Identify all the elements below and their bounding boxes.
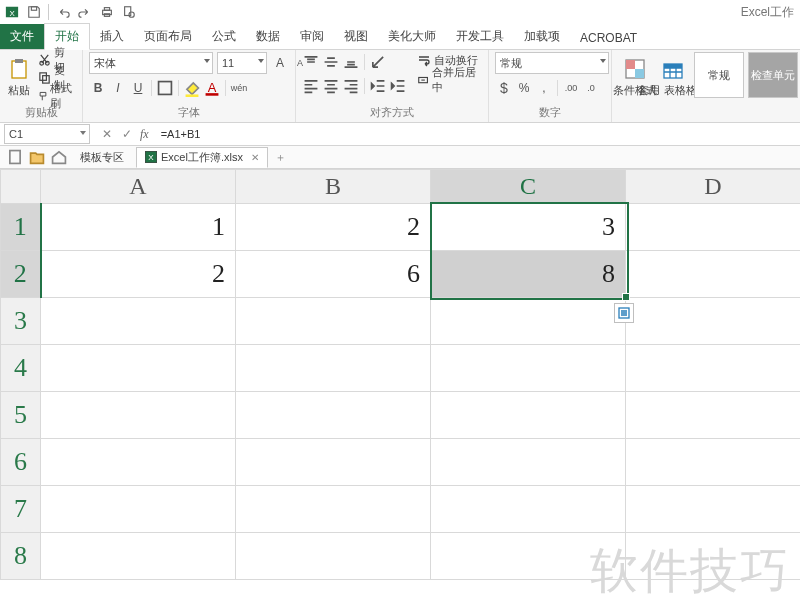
fill-handle[interactable] [622,293,630,301]
bold-button[interactable]: B [89,79,107,97]
cell[interactable] [431,533,626,580]
underline-button[interactable]: U [129,79,147,97]
cell[interactable]: 3 [431,203,626,251]
phonetic-button[interactable]: wén [230,79,248,97]
row-header-8[interactable]: 8 [1,533,41,580]
print-preview-icon[interactable] [121,4,137,20]
add-tab-icon[interactable]: ＋ [272,148,290,166]
row-header-2[interactable]: 2 [1,251,41,298]
align-bottom-icon[interactable] [342,53,360,71]
cell[interactable] [236,298,431,345]
cell[interactable]: 6 [236,251,431,298]
cell[interactable] [41,392,236,439]
accounting-format-icon[interactable]: $ [495,79,513,97]
align-left-icon[interactable] [302,77,320,95]
new-sheet-icon[interactable] [6,148,24,166]
italic-button[interactable]: I [109,79,127,97]
align-right-icon[interactable] [342,77,360,95]
tab-file[interactable]: 文件 [0,24,44,49]
autofill-options-icon[interactable] [614,303,634,323]
cell[interactable] [41,298,236,345]
cell[interactable] [236,392,431,439]
cell[interactable]: 2 [236,203,431,251]
cell[interactable] [431,486,626,533]
cell[interactable] [41,345,236,392]
font-name-dropdown[interactable]: 宋体 [89,52,213,74]
row-header-6[interactable]: 6 [1,439,41,486]
fill-color-button[interactable] [183,79,201,97]
merge-center-button[interactable]: 合并后居中 [415,72,482,88]
home-icon[interactable] [50,148,68,166]
tab-review[interactable]: 审阅 [290,24,334,49]
cell[interactable] [626,345,801,392]
format-painter-button[interactable]: 格式刷 [36,88,77,104]
cell[interactable] [626,533,801,580]
paste-button[interactable]: 粘贴 [6,52,32,102]
orientation-icon[interactable] [369,53,387,71]
cell[interactable] [431,439,626,486]
tab-insert[interactable]: 插入 [90,24,134,49]
cell[interactable] [236,533,431,580]
cell-style-normal[interactable]: 常规 [694,52,744,98]
cell[interactable] [431,345,626,392]
undo-icon[interactable] [55,4,71,20]
name-box[interactable]: C1 [4,124,90,144]
percent-format-icon[interactable]: % [515,79,533,97]
print-icon[interactable] [99,4,115,20]
save-icon[interactable] [26,4,42,20]
tab-workbook[interactable]: X Excel工作簿.xlsx ✕ [136,147,268,168]
indent-decrease-icon[interactable] [369,77,387,95]
cell[interactable] [41,533,236,580]
redo-icon[interactable] [77,4,93,20]
align-middle-icon[interactable] [322,53,340,71]
format-as-table-button[interactable]: 套用 表格格式 [656,52,690,102]
cell[interactable] [626,486,801,533]
tab-templates[interactable]: 模板专区 [72,148,132,167]
spreadsheet-grid[interactable]: A B C D 1 1 2 3 2 2 6 8 3 4 5 6 7 8 [0,169,800,580]
cell[interactable] [431,298,626,345]
increase-decimal-icon[interactable]: .00 [562,79,580,97]
col-header-D[interactable]: D [626,170,801,204]
font-color-button[interactable]: A [203,79,221,97]
fx-icon[interactable]: fx [140,127,155,142]
open-icon[interactable] [28,148,46,166]
close-icon[interactable]: ✕ [247,152,259,163]
decrease-decimal-icon[interactable]: .0 [582,79,600,97]
font-size-dropdown[interactable]: 11 [217,52,267,74]
select-all-corner[interactable] [1,170,41,204]
col-header-B[interactable]: B [236,170,431,204]
cell[interactable] [236,439,431,486]
formula-input[interactable]: =A1+B1 [155,128,800,140]
col-header-A[interactable]: A [41,170,236,204]
cell[interactable] [41,439,236,486]
col-header-C[interactable]: C [431,170,626,204]
indent-increase-icon[interactable] [389,77,407,95]
tab-formulas[interactable]: 公式 [202,24,246,49]
cell[interactable] [626,251,801,298]
cell[interactable] [236,486,431,533]
increase-font-icon[interactable]: A [271,54,289,72]
tab-addins[interactable]: 加载项 [514,24,570,49]
cell[interactable] [626,203,801,251]
cell[interactable]: 1 [41,203,236,251]
enter-icon[interactable]: ✓ [120,127,134,141]
cell[interactable] [431,392,626,439]
cancel-icon[interactable]: ✕ [100,127,114,141]
tab-devtools[interactable]: 开发工具 [446,24,514,49]
cell[interactable] [626,392,801,439]
cell[interactable]: 2 [41,251,236,298]
cell[interactable]: 8 [431,251,626,298]
row-header-5[interactable]: 5 [1,392,41,439]
tab-beautify[interactable]: 美化大师 [378,24,446,49]
tab-acrobat[interactable]: ACROBAT [570,27,647,49]
number-format-dropdown[interactable]: 常规 [495,52,609,74]
tab-layout[interactable]: 页面布局 [134,24,202,49]
cell[interactable] [626,298,801,345]
row-header-3[interactable]: 3 [1,298,41,345]
cell-style-check[interactable]: 检查单元 [748,52,798,98]
tab-view[interactable]: 视图 [334,24,378,49]
cell[interactable] [41,486,236,533]
align-center-icon[interactable] [322,77,340,95]
align-top-icon[interactable] [302,53,320,71]
row-header-7[interactable]: 7 [1,486,41,533]
